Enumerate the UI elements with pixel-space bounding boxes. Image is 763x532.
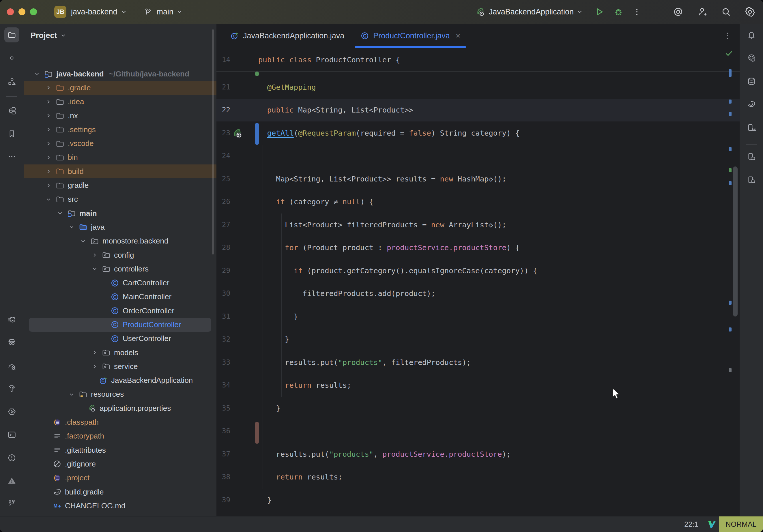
- tree-item-main[interactable]: main: [24, 206, 216, 220]
- tree-item-controllers[interactable]: controllers: [24, 262, 216, 276]
- tree-item--idea[interactable]: .idea: [24, 95, 216, 109]
- tool-window-button-database[interactable]: [744, 74, 759, 89]
- tree-item-ordercontroller[interactable]: COrderController: [24, 304, 216, 318]
- code-line-25[interactable]: 25 Map<String, List<Product>> results = …: [216, 167, 740, 190]
- chevron-down-icon[interactable]: [68, 391, 75, 397]
- code-line-22[interactable]: 22 public Map<String, List<Product>>: [216, 99, 740, 122]
- caret-position[interactable]: 22:1: [684, 516, 698, 532]
- tree-item-build[interactable]: build: [24, 164, 216, 178]
- tool-window-button-git[interactable]: [4, 496, 19, 511]
- tool-window-button-notifications[interactable]: [744, 27, 759, 43]
- editor-tab-javabackendapplication-java[interactable]: CJavaBackendApplication.java: [222, 24, 352, 48]
- tool-window-button-device-manager[interactable]: [744, 149, 759, 164]
- run-config-selector[interactable]: JavaBackendApplication: [489, 8, 583, 16]
- search-icon[interactable]: [721, 7, 731, 17]
- code-line-35[interactable]: 35 }: [216, 397, 740, 420]
- editor-options-kebab-icon[interactable]: [723, 32, 731, 40]
- run-button[interactable]: [595, 7, 604, 17]
- chevron-down-icon[interactable]: [56, 210, 64, 216]
- chevron-right-icon[interactable]: [91, 363, 98, 370]
- tool-window-button-gradle[interactable]: [744, 97, 759, 112]
- stripe-mark[interactable]: [729, 327, 731, 332]
- chevron-down-icon[interactable]: [33, 71, 41, 77]
- code-line-21[interactable]: 21 @GetMapping: [216, 75, 740, 99]
- tree-item--settings[interactable]: .settings: [24, 123, 216, 137]
- tool-window-button-incognito[interactable]: [4, 334, 19, 349]
- code-line-26[interactable]: 26 if (category ≠ null) {: [216, 190, 740, 213]
- tree-item-bin[interactable]: bin: [24, 151, 216, 164]
- tree-item-java-backend[interactable]: java-backend~/Github/java-backend: [24, 67, 216, 81]
- tool-window-button-running-devices[interactable]: [744, 120, 759, 135]
- zoom-window-button[interactable]: [30, 8, 37, 15]
- code-line-31[interactable]: 31 }: [216, 305, 740, 328]
- stripe-mark[interactable]: [729, 368, 731, 372]
- chevron-right-icon[interactable]: [45, 113, 52, 119]
- tree-item--project[interactable]: .project: [24, 471, 216, 485]
- stripe-mark[interactable]: [729, 112, 731, 116]
- tree-item--gitignore[interactable]: .gitignore: [24, 457, 216, 471]
- tree-item-productcontroller[interactable]: CProductController: [29, 318, 211, 332]
- code-lines[interactable]: 21 @GetMapping22 public Map<String, List…: [216, 71, 740, 511]
- tree-item-service[interactable]: service: [24, 360, 216, 373]
- tool-window-button-more-tools[interactable]: [4, 149, 19, 164]
- project-tree-scrollbar[interactable]: [212, 30, 214, 255]
- ideavim-icon[interactable]: [707, 519, 716, 529]
- tool-window-button-profiler[interactable]: [4, 359, 19, 374]
- chevron-right-icon[interactable]: [45, 141, 52, 147]
- tree-item-cartcontroller[interactable]: CCartController: [24, 276, 216, 290]
- editor-scrollbar[interactable]: [733, 166, 738, 316]
- tool-window-button-ai-assistant[interactable]: [744, 51, 759, 66]
- chevron-down-icon[interactable]: [68, 224, 75, 230]
- change-marker[interactable]: [255, 422, 259, 444]
- stripe-mark[interactable]: [729, 181, 731, 185]
- stripe-mark[interactable]: [729, 69, 731, 77]
- tool-window-button-warnings[interactable]: [4, 473, 19, 488]
- tree-item-resources[interactable]: resources: [24, 387, 216, 401]
- tree-item-changelog-md[interactable]: MCHANGELOG.md: [24, 499, 216, 513]
- tree-item-build-gradle[interactable]: build.gradle: [24, 485, 216, 499]
- tree-item-config[interactable]: config: [24, 248, 216, 262]
- tree-item-maincontroller[interactable]: CMainController: [24, 290, 216, 304]
- code-line-37[interactable]: 37 results.put("products", productServic…: [216, 443, 740, 466]
- code-line-24[interactable]: 24: [216, 145, 740, 167]
- spring-endpoint-gutter-icon[interactable]: [232, 128, 243, 139]
- chevron-down-icon[interactable]: [45, 196, 52, 202]
- tree-item--gradle[interactable]: .gradle: [24, 81, 216, 95]
- ai-assistant-icon[interactable]: [673, 7, 683, 17]
- change-marker[interactable]: [255, 71, 259, 76]
- code-line-32[interactable]: 32 }: [216, 328, 740, 351]
- chevron-right-icon[interactable]: [91, 349, 98, 356]
- code-line-27[interactable]: 27 List<Product> filteredProducts = new …: [216, 213, 740, 236]
- code-line-39[interactable]: 39 }: [216, 488, 740, 511]
- tree-item-src[interactable]: src: [24, 192, 216, 206]
- tree-item-usercontroller[interactable]: CUserController: [24, 332, 216, 346]
- stripe-mark[interactable]: [729, 168, 731, 172]
- more-actions-kebab-icon[interactable]: [632, 8, 641, 16]
- chevron-right-icon[interactable]: [45, 84, 52, 91]
- project-selector[interactable]: java-backend: [66, 8, 127, 16]
- chevron-right-icon[interactable]: [45, 126, 52, 133]
- chevron-down-icon[interactable]: [79, 238, 87, 244]
- editor-tab-productcontroller-java[interactable]: CProductController.java×: [352, 24, 468, 48]
- minimize-window-button[interactable]: [19, 8, 25, 15]
- chevron-right-icon[interactable]: [45, 168, 52, 174]
- add-user-icon[interactable]: [697, 7, 708, 17]
- code-line-36[interactable]: 36: [216, 420, 740, 443]
- stripe-mark[interactable]: [729, 100, 731, 104]
- tree-item--factorypath[interactable]: .factorypath: [24, 429, 216, 443]
- code-line-28[interactable]: 28 for (Product product : productService…: [216, 236, 740, 260]
- stripe-mark[interactable]: [729, 147, 731, 151]
- code-line-30[interactable]: 30 filteredProducts.add(product);: [216, 282, 740, 305]
- tree-item-models[interactable]: models: [24, 346, 216, 360]
- tree-item-gradle[interactable]: gradle: [24, 178, 216, 192]
- tree-item--vscode[interactable]: .vscode: [24, 137, 216, 150]
- tool-window-button-terminal[interactable]: [4, 427, 19, 442]
- debug-button[interactable]: [613, 7, 623, 17]
- tree-item-java[interactable]: java: [24, 220, 216, 234]
- tool-window-button-services[interactable]: [4, 404, 19, 419]
- code-line-34[interactable]: 34 return results;: [216, 374, 740, 397]
- code-line-29[interactable]: 29 if (product.getCategory().equalsIgnor…: [216, 259, 740, 282]
- tree-item-javabackendapplication[interactable]: CJavaBackendApplication: [24, 373, 216, 387]
- vim-mode-badge[interactable]: NORMAL: [719, 516, 763, 532]
- tool-window-button-device-explorer[interactable]: [744, 172, 759, 187]
